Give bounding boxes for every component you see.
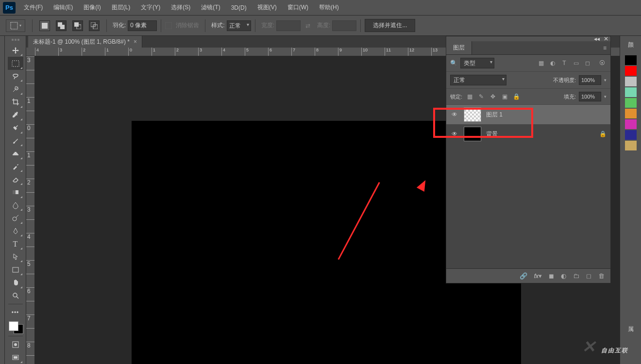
filter-pixel-icon[interactable]: ▦ bbox=[537, 59, 545, 67]
layers-tab[interactable]: 图层 bbox=[446, 41, 472, 54]
svg-rect-3 bbox=[60, 25, 65, 29]
magic-wand-tool[interactable] bbox=[8, 83, 23, 96]
menu-view[interactable]: 视图(V) bbox=[252, 0, 282, 16]
color-panel-title[interactable]: 颜 bbox=[628, 39, 634, 50]
svg-point-11 bbox=[13, 217, 17, 221]
select-and-mask-button[interactable]: 选择并遮住... bbox=[365, 19, 415, 32]
quick-mask-mode[interactable] bbox=[8, 338, 23, 351]
pen-tool[interactable] bbox=[8, 225, 23, 238]
ruler-vertical[interactable]: 310123456789 bbox=[26, 56, 35, 364]
filter-shape-icon[interactable]: ▭ bbox=[572, 59, 580, 67]
feather-input[interactable] bbox=[128, 20, 157, 31]
foreground-color-swatch[interactable] bbox=[9, 321, 18, 331]
layer-filter-kind[interactable]: 类型 bbox=[460, 58, 494, 68]
menu-window[interactable]: 窗口(W) bbox=[282, 0, 314, 16]
ruler-tick: 2 bbox=[175, 48, 198, 56]
menu-type[interactable]: 文字(Y) bbox=[135, 0, 166, 16]
ruler-tick: 11 bbox=[385, 48, 408, 56]
menu-layer[interactable]: 图层(L) bbox=[106, 0, 136, 16]
layer-name[interactable]: 图层 1 bbox=[486, 111, 607, 119]
swatch-item[interactable] bbox=[625, 109, 637, 118]
blend-mode-select[interactable]: 正常 bbox=[450, 75, 506, 85]
zoom-tool[interactable] bbox=[8, 289, 23, 302]
svg-rect-0 bbox=[11, 22, 17, 29]
adjustment-layer-icon[interactable]: ◐ bbox=[561, 272, 566, 280]
filter-smart-icon[interactable]: ◻ bbox=[583, 59, 592, 67]
link-layers-icon[interactable]: 🔗 bbox=[520, 272, 527, 280]
document-tab[interactable]: 未标题-1 @ 100% (图层 1, RGB/8#) * × bbox=[28, 36, 142, 48]
layer-style-icon[interactable]: fx▾ bbox=[534, 272, 542, 280]
menu-image[interactable]: 图像(I) bbox=[78, 0, 106, 16]
layer-visibility-icon[interactable]: 👁 bbox=[450, 131, 459, 137]
swatch-item[interactable] bbox=[625, 77, 637, 86]
menu-select[interactable]: 选择(S) bbox=[166, 0, 196, 16]
clone-stamp-tool[interactable] bbox=[8, 147, 23, 160]
tool-preset-picker[interactable]: ▾ bbox=[6, 19, 25, 32]
panel-handle[interactable] bbox=[7, 39, 24, 42]
lock-transparency-icon[interactable]: ▦ bbox=[465, 92, 474, 101]
swatch-item[interactable] bbox=[625, 55, 637, 65]
swatch-item[interactable] bbox=[625, 130, 637, 140]
lock-pixels-icon[interactable]: ✎ bbox=[477, 92, 486, 101]
rectangular-marquee-tool[interactable] bbox=[8, 57, 23, 70]
fill-input[interactable] bbox=[579, 92, 601, 101]
menu-filter[interactable]: 滤镜(T) bbox=[196, 0, 225, 16]
selection-intersect-icon[interactable] bbox=[89, 20, 100, 31]
hand-tool[interactable] bbox=[8, 276, 23, 289]
layer-thumbnail[interactable] bbox=[464, 127, 481, 141]
lock-artboard-icon[interactable]: ▣ bbox=[500, 92, 509, 101]
layer-row[interactable]: 👁图层 1 bbox=[446, 105, 610, 124]
gradient-tool[interactable] bbox=[8, 186, 23, 199]
screen-mode[interactable] bbox=[8, 351, 23, 364]
color-swatches[interactable] bbox=[8, 320, 23, 334]
healing-brush-tool[interactable] bbox=[8, 121, 23, 134]
layers-panel: ◂◂ ✕ 图层 ≡ 🔍 类型 ▦ ◐ T ▭ ◻ ⦿ 正常 不透明度: ▾ 锁定… bbox=[446, 36, 611, 283]
move-tool[interactable] bbox=[8, 44, 23, 57]
lock-position-icon[interactable]: ✥ bbox=[489, 92, 497, 101]
properties-panel-title[interactable]: 属 bbox=[628, 323, 634, 335]
selection-new-icon[interactable] bbox=[39, 20, 50, 31]
layer-mask-icon[interactable]: ◼ bbox=[549, 272, 554, 280]
lock-all-icon[interactable]: 🔒 bbox=[512, 92, 521, 101]
swatch-item[interactable] bbox=[625, 66, 637, 76]
path-selection-tool[interactable] bbox=[8, 250, 23, 264]
selection-subtract-icon[interactable] bbox=[72, 20, 83, 31]
swatch-item[interactable] bbox=[625, 119, 637, 129]
menu-edit[interactable]: 编辑(E) bbox=[48, 0, 78, 16]
panel-menu-icon[interactable]: ≡ bbox=[599, 41, 610, 54]
menu-file[interactable]: 文件(F) bbox=[18, 0, 48, 16]
crop-tool[interactable] bbox=[8, 96, 23, 109]
eraser-tool[interactable] bbox=[8, 173, 23, 186]
rectangle-tool[interactable] bbox=[8, 263, 23, 276]
blur-tool[interactable] bbox=[8, 199, 23, 212]
selection-add-icon[interactable] bbox=[56, 20, 67, 31]
menu-3d[interactable]: 3D(D) bbox=[226, 0, 252, 16]
search-icon[interactable]: 🔍 bbox=[450, 60, 457, 66]
layer-group-icon[interactable]: 🗀 bbox=[573, 272, 579, 280]
eyedropper-tool[interactable] bbox=[8, 109, 23, 122]
svg-rect-12 bbox=[13, 267, 18, 272]
type-tool[interactable]: T bbox=[8, 237, 23, 250]
filter-type-icon[interactable]: T bbox=[560, 59, 569, 67]
dodge-tool[interactable] bbox=[8, 212, 23, 225]
swatch-item[interactable] bbox=[625, 98, 637, 108]
layer-row[interactable]: 👁背景🔒 bbox=[446, 124, 610, 144]
layer-visibility-icon[interactable]: 👁 bbox=[450, 111, 459, 118]
style-select[interactable]: 正常 bbox=[227, 20, 251, 31]
swatch-item[interactable] bbox=[625, 141, 637, 150]
lock-label: 锁定: bbox=[450, 93, 462, 100]
opacity-input[interactable] bbox=[579, 75, 601, 85]
menu-help[interactable]: 帮助(H) bbox=[314, 0, 344, 16]
close-tab-icon[interactable]: × bbox=[134, 38, 137, 45]
new-layer-icon[interactable]: ◻ bbox=[586, 272, 591, 280]
filter-toggle-icon[interactable]: ⦿ bbox=[598, 59, 607, 67]
layer-thumbnail[interactable] bbox=[464, 107, 481, 122]
layer-name[interactable]: 背景 bbox=[486, 130, 594, 138]
lasso-tool[interactable] bbox=[8, 70, 23, 83]
delete-layer-icon[interactable]: 🗑 bbox=[598, 272, 605, 280]
edit-toolbar[interactable]: ••• bbox=[8, 306, 23, 319]
swatch-item[interactable] bbox=[625, 87, 637, 97]
history-brush-tool[interactable] bbox=[8, 160, 23, 173]
brush-tool[interactable] bbox=[8, 134, 23, 148]
filter-adjustment-icon[interactable]: ◐ bbox=[548, 59, 557, 67]
